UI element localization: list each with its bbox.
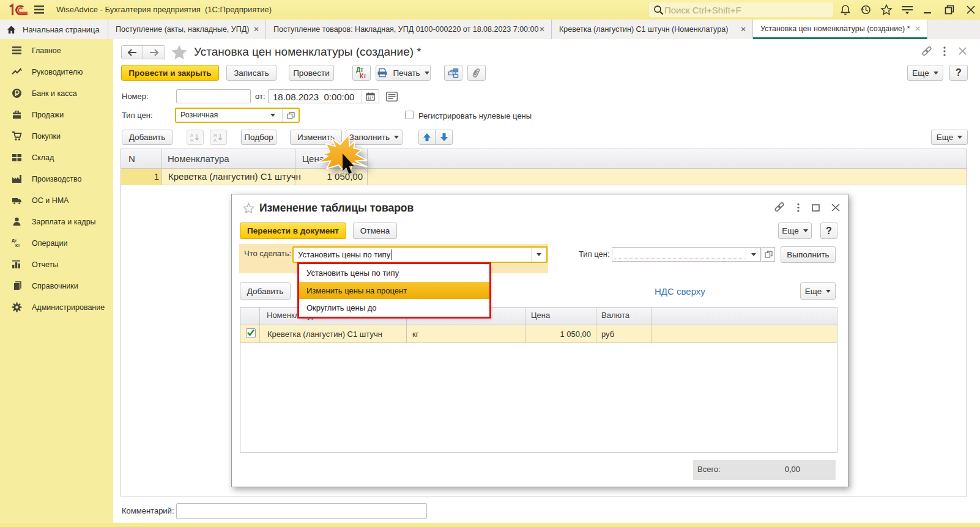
svg-text:А: А (213, 138, 217, 142)
svg-text:Кт: Кт (15, 243, 20, 248)
svg-text:Я: Я (190, 138, 193, 142)
svg-text:Дт: Дт (12, 238, 17, 243)
